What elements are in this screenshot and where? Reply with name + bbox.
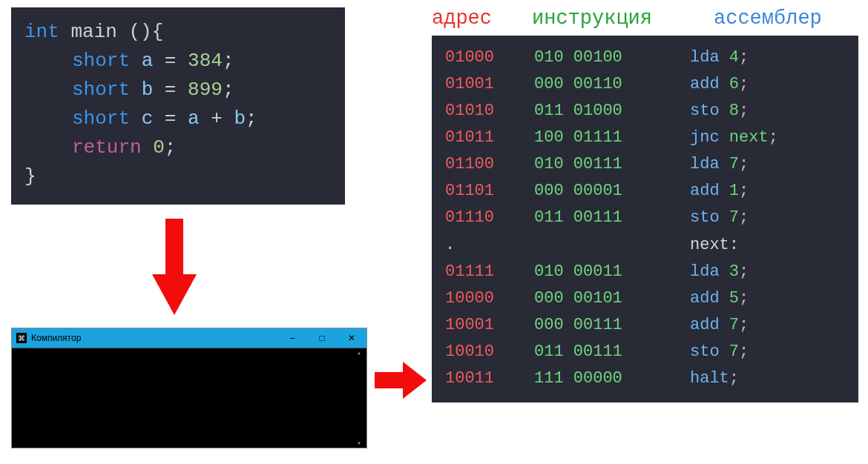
asm-instruction	[534, 232, 690, 259]
asm-row: 10001000 00111add 7;	[445, 312, 845, 339]
asm-address: 01100	[445, 151, 534, 178]
asm-instruction: 000 00110	[534, 71, 690, 98]
asm-mnemonic: add 7;	[690, 312, 749, 339]
punct: ()	[128, 21, 151, 43]
svg-marker-1	[152, 274, 197, 315]
asm-address: 10000	[445, 285, 534, 312]
asm-instruction: 000 00001	[534, 178, 690, 205]
keyword-type: short	[72, 79, 130, 101]
source-code-block: int main (){ short a = 384; short b = 89…	[11, 7, 345, 205]
asm-mnemonic: lda 4;	[690, 44, 749, 71]
asm-row: 01011100 01111jnc next;	[445, 125, 845, 151]
asm-address: .	[445, 232, 534, 259]
asm-mnemonic: add 1;	[690, 178, 749, 205]
asm-instruction: 011 00111	[534, 339, 690, 365]
brace: }	[24, 165, 36, 188]
compiler-window: ⌘ Компилятор – □ ✕ ▴ ▾	[11, 328, 367, 448]
var-ref: a	[188, 107, 200, 130]
asm-mnemonic: add 6;	[690, 71, 749, 98]
asm-address: 01001	[445, 71, 534, 98]
asm-instruction: 011 01000	[534, 98, 690, 125]
svg-marker-5	[403, 362, 427, 399]
asm-label-row: .next:	[445, 232, 845, 259]
asm-row: 01110011 00111sto 7;	[445, 205, 845, 231]
asm-mnemonic: halt;	[690, 365, 739, 392]
header-instruction: инструкция	[532, 7, 714, 30]
asm-row: 10000000 00101add 5;	[445, 285, 845, 312]
asm-address: 10011	[445, 365, 534, 392]
keyword-return: return	[72, 136, 142, 159]
var-name: b	[142, 79, 154, 101]
asm-instruction: 000 00101	[534, 285, 690, 312]
minimize-button[interactable]: –	[277, 328, 307, 348]
cmd-icon: ⌘	[16, 333, 27, 343]
arrow-right-icon	[375, 362, 427, 399]
asm-instruction: 011 00111	[534, 205, 690, 231]
eq: =	[165, 50, 177, 72]
asm-mnemonic: lda 3;	[690, 259, 749, 285]
code-line: }	[24, 162, 332, 191]
asm-row: 10011111 00000halt;	[445, 365, 845, 392]
asm-row: 01001000 00110add 6;	[445, 71, 845, 98]
keyword-type: short	[72, 107, 130, 130]
code-line: int main (){	[24, 18, 332, 47]
console-body[interactable]: ▴ ▾	[12, 348, 366, 448]
scrollbar[interactable]: ▴ ▾	[353, 348, 365, 448]
semi: ;	[246, 107, 257, 130]
asm-mnemonic: next:	[690, 232, 739, 259]
semi: ;	[223, 50, 234, 72]
asm-address: 10010	[445, 339, 534, 365]
var-name: c	[142, 107, 154, 130]
asm-instruction: 010 00111	[534, 151, 690, 178]
asm-address: 01111	[445, 259, 534, 285]
titlebar[interactable]: ⌘ Компилятор – □ ✕	[12, 328, 366, 348]
svg-rect-0	[165, 219, 183, 278]
keyword-type: short	[72, 50, 130, 72]
arrow-down-icon	[152, 219, 197, 315]
assembly-panel: адрес инструкция ассемблер 01000010 0010…	[432, 7, 858, 402]
asm-row: 01101000 00001add 1;	[445, 178, 845, 205]
asm-headers: адрес инструкция ассемблер	[432, 7, 858, 30]
semi: ;	[223, 79, 234, 101]
code-line: return 0;	[24, 133, 332, 162]
svg-rect-4	[375, 372, 404, 388]
asm-address: 01011	[445, 125, 534, 151]
asm-row: 01111010 00011lda 3;	[445, 259, 845, 285]
asm-mnemonic: sto 7;	[690, 339, 749, 365]
number-literal: 0	[153, 136, 165, 159]
asm-instruction: 010 00011	[534, 259, 690, 285]
scroll-up-icon[interactable]: ▴	[357, 348, 361, 357]
asm-row: 01010011 01000sto 8;	[445, 98, 845, 125]
scroll-down-icon[interactable]: ▾	[357, 439, 361, 448]
asm-mnemonic: add 5;	[690, 285, 749, 312]
asm-mnemonic: lda 7;	[690, 151, 749, 178]
asm-address: 01101	[445, 178, 534, 205]
asm-mnemonic: sto 7;	[690, 205, 749, 231]
maximize-button[interactable]: □	[307, 328, 337, 348]
asm-mnemonic: sto 8;	[690, 98, 749, 125]
asm-instruction: 111 00000	[534, 365, 690, 392]
code-line: short c = a + b;	[24, 105, 332, 133]
asm-row: 10010011 00111sto 7;	[445, 339, 845, 365]
var-name: a	[142, 50, 154, 72]
header-address: адрес	[432, 7, 532, 30]
asm-instruction: 010 00100	[534, 44, 690, 71]
asm-address: 10001	[445, 312, 534, 339]
svg-text:⌘: ⌘	[18, 334, 25, 342]
asm-instruction: 100 01111	[534, 125, 690, 151]
eq: =	[165, 79, 177, 101]
code-line: short a = 384;	[24, 47, 332, 76]
asm-instruction: 000 00111	[534, 312, 690, 339]
plus: +	[211, 107, 223, 130]
close-button[interactable]: ✕	[337, 328, 366, 348]
asm-address: 01000	[445, 44, 534, 71]
header-assembler: ассемблер	[714, 7, 822, 30]
function-name: main	[70, 21, 116, 43]
asm-address: 01010	[445, 98, 534, 125]
var-ref: b	[234, 107, 246, 130]
window-title: Компилятор	[31, 333, 277, 343]
number-literal: 899	[188, 79, 223, 101]
keyword-type: int	[24, 21, 59, 43]
asm-mnemonic: jnc next;	[690, 125, 778, 151]
asm-body: 01000010 00100lda 4;01001000 00110add 6;…	[432, 36, 858, 402]
